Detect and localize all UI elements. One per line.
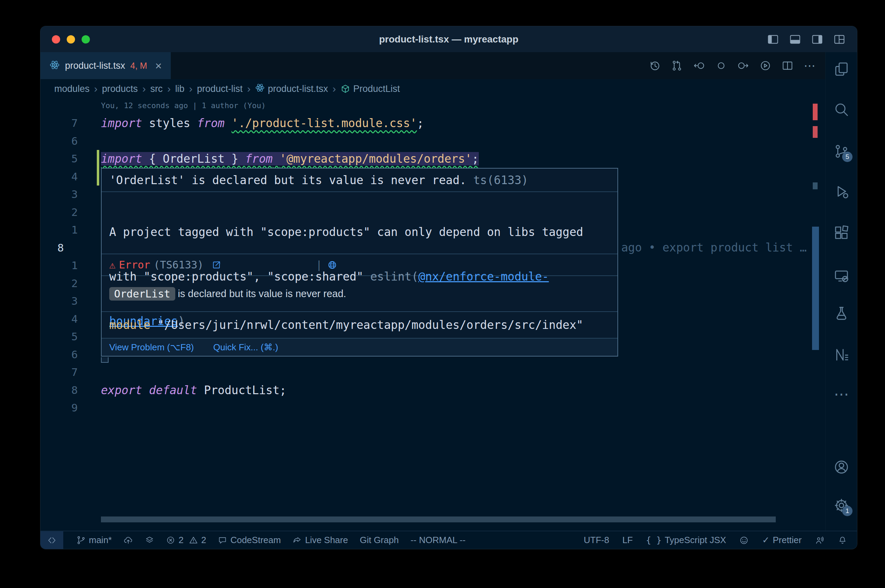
live-share-button[interactable]: Live Share [293,531,348,549]
line-number[interactable]: 6 [41,346,78,364]
encoding-indicator[interactable]: UTF-8 [583,531,609,549]
globe-icon[interactable] [327,236,427,294]
traffic-lights [41,35,90,44]
line-number[interactable]: 1 [41,221,78,239]
breadcrumb-product-list[interactable]: product-list [197,84,243,94]
close-window-button[interactable] [52,35,60,44]
line-number[interactable]: 4 [41,168,78,186]
toggle-primary-sidebar-icon[interactable] [767,33,779,45]
line-number[interactable]: 4 [41,310,78,328]
code-editor[interactable]: You, 12 seconds ago | 1 author (You) 7 6… [41,99,825,531]
nx-rule-link[interactable]: @nx/enforce-module- [418,270,549,283]
remote-indicator[interactable] [41,531,63,549]
current-line-number[interactable]: 8 [41,239,78,257]
line-number[interactable]: 6 [41,132,78,150]
status-bar: main* 2 [41,531,857,549]
toggle-secondary-sidebar-icon[interactable] [811,33,823,45]
horizontal-scrollbar-thumb[interactable] [101,516,776,522]
codelens-authors[interactable]: You, 12 seconds ago | 1 author (You) [101,101,266,110]
window-title: product-list.tsx — myreactapp [379,34,518,45]
status-right: UTF-8 LF { } TypeScript JSX ✓ Prettier [583,531,857,549]
react-file-icon [255,83,265,95]
code-line-import-styles[interactable]: import styles from './product-list.modul… [101,114,811,132]
breadcrumb-lib[interactable]: lib [175,84,185,94]
open-external-icon[interactable] [211,236,311,294]
split-editor-icon[interactable] [781,60,793,72]
settings-badge: 1 [842,506,852,516]
search-icon[interactable] [834,102,849,117]
notifications-button[interactable] [838,531,847,549]
git-graph-button[interactable]: Git Graph [360,531,399,549]
publish-changes-button[interactable] [123,531,133,549]
account-icon[interactable] [834,459,849,475]
code-line-export-default[interactable]: export default ProductList; [101,381,811,399]
overview-info-mark [813,182,817,189]
run-file-icon[interactable] [760,60,771,72]
error-circle-icon [166,536,175,545]
line-number[interactable]: 1 [41,257,78,274]
feedback-smiley-button[interactable] [739,531,749,549]
timeline-history-icon[interactable] [649,60,661,72]
line-number[interactable]: 7 [41,114,78,132]
breadcrumb-symbol[interactable]: ProductList [341,84,400,94]
minimize-window-button[interactable] [67,35,75,44]
code-line-import-orderlist[interactable]: import { OrderList } from '@myreactapp/m… [101,150,811,168]
previous-change-icon[interactable] [693,60,705,72]
explorer-icon[interactable] [834,61,849,77]
eol-indicator[interactable]: LF [622,531,633,549]
view-problem-link[interactable]: View Problem (⌥F8) [109,342,194,353]
line-number[interactable]: 2 [41,204,78,222]
testing-icon[interactable] [834,305,849,321]
broadcast-person-icon [815,536,825,545]
line-number[interactable]: 5 [41,150,78,168]
customize-layout-icon[interactable] [834,33,845,45]
codestream-icon [218,536,227,545]
run-debug-icon[interactable] [834,183,849,200]
layers-indicator[interactable] [145,531,154,549]
line-number[interactable]: 8 [41,381,78,399]
nx-console-icon[interactable] [834,347,849,363]
more-actions-icon[interactable]: ⋯ [804,60,816,72]
line-number[interactable]: 5 [41,328,78,346]
line-number[interactable]: 2 [41,274,78,292]
line-number[interactable]: 3 [41,292,78,310]
code-line-blank[interactable] [101,399,811,417]
next-change-icon[interactable] [738,60,749,72]
editor-group: product-list.tsx 4, M × [41,52,825,531]
tab-product-list[interactable]: product-list.tsx 4, M × [41,52,171,79]
more-views-icon[interactable]: ⋯ [834,386,849,402]
check-icon: ✓ [762,535,769,546]
prettier-indicator[interactable]: ✓ Prettier [762,531,802,549]
breadcrumb-file[interactable]: product-list.tsx [255,83,328,95]
pull-request-icon[interactable] [671,60,683,72]
breadcrumb-modules[interactable]: modules [54,84,90,94]
line-number[interactable]: 3 [41,186,78,204]
language-mode-indicator[interactable]: { } TypeScript JSX [646,531,726,549]
vertical-scrollbar-thumb[interactable] [812,226,819,350]
vim-mode-indicator[interactable]: -- NORMAL -- [410,531,465,549]
extensions-icon[interactable] [834,225,849,241]
breadcrumb-products[interactable]: products [102,84,138,94]
close-tab-icon[interactable]: × [155,60,162,72]
live-share-contacts-button[interactable] [815,531,825,549]
warning-triangle-icon [189,536,198,545]
zoom-window-button[interactable] [81,35,90,44]
change-circle-icon[interactable] [715,60,727,72]
git-branch-icon [77,536,86,545]
code-line-blank[interactable] [101,363,811,381]
line-number[interactable]: 7 [41,363,78,381]
quick-fix-link[interactable]: Quick Fix... (⌘.) [213,342,278,353]
tab-bar: product-list.tsx 4, M × [41,52,825,79]
codestream-button[interactable]: CodeStream [218,531,281,549]
line-number[interactable]: 9 [41,399,78,417]
code-line-blank[interactable] [101,132,811,150]
remote-explorer-icon[interactable] [834,268,849,284]
symbol-cube-icon [341,84,350,94]
breadcrumb-src[interactable]: src [150,84,163,94]
branch-indicator[interactable]: main* [77,531,112,549]
toggle-panel-icon[interactable] [789,33,801,45]
chevron-right-icon: › [94,83,98,94]
layers-icon [145,536,154,545]
chevron-right-icon: › [247,83,251,94]
problems-indicator[interactable]: 2 2 [166,531,206,549]
